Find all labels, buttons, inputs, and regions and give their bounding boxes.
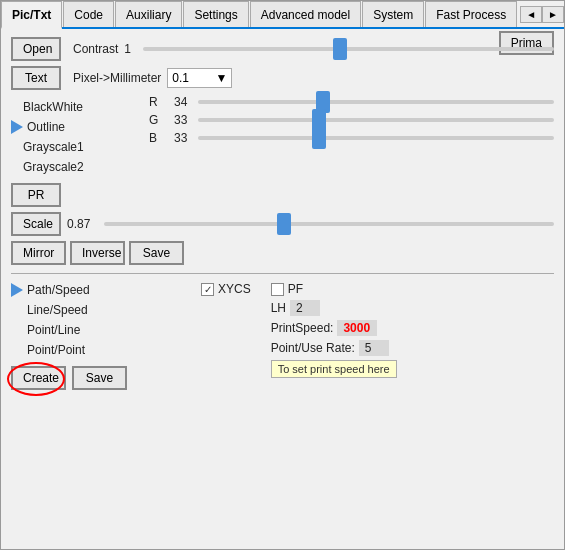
lh-value: 2 xyxy=(290,300,320,316)
xycs-checkbox[interactable] xyxy=(201,283,214,296)
tab-code[interactable]: Code xyxy=(63,1,114,27)
mode-grayscale1[interactable]: Grayscale1 xyxy=(11,137,141,157)
printspeed-value: 3000 xyxy=(337,320,377,336)
path-speed-item[interactable]: Path/Speed xyxy=(11,280,191,300)
pixel-mm-label: Pixel->Millimeter xyxy=(73,71,161,85)
tab-fast-process[interactable]: Fast Process xyxy=(425,1,517,27)
g-value: 33 xyxy=(174,113,194,127)
r-label: R xyxy=(149,95,174,109)
pf-row[interactable]: PF xyxy=(271,282,397,296)
b-value: 33 xyxy=(174,131,194,145)
b-label: B xyxy=(149,131,174,145)
tab-nav-next[interactable]: ► xyxy=(542,6,564,23)
tooltip-box: To set print speed here xyxy=(271,360,397,378)
pf-checkbox[interactable] xyxy=(271,283,284,296)
inverse-button[interactable]: Inverse xyxy=(70,241,125,265)
mode-grayscale2[interactable]: Grayscale2 xyxy=(11,157,141,177)
point-point-item[interactable]: Point/Point xyxy=(27,340,191,360)
g-slider[interactable] xyxy=(198,118,554,122)
g-label: G xyxy=(149,113,174,127)
tab-bar: Pic/Txt Code Auxiliary Settings Advanced… xyxy=(1,1,564,29)
r-slider[interactable] xyxy=(198,100,554,104)
point-rate-row: Point/Use Rate: 5 xyxy=(271,340,397,356)
prima-button[interactable]: Prima xyxy=(499,31,554,55)
bottom-section: Path/Speed Line/Speed Point/Line Point/P… xyxy=(11,280,554,390)
xycs-row[interactable]: XYCS xyxy=(201,282,251,296)
separator xyxy=(11,273,554,274)
create-button[interactable]: Create xyxy=(11,366,66,390)
r-value: 34 xyxy=(174,95,194,109)
tab-advanced-model[interactable]: Advanced model xyxy=(250,1,361,27)
text-button[interactable]: Text xyxy=(11,66,61,90)
point-rate-value: 5 xyxy=(359,340,389,356)
xycs-section: XYCS xyxy=(201,282,251,300)
right-info: PF LH 2 PrintSpeed: 3000 Point/Use Rate:… xyxy=(271,282,397,378)
rgb-sliders: R 34 G 33 xyxy=(149,95,554,149)
open-button[interactable]: Open xyxy=(11,37,61,61)
pixel-mm-dropdown[interactable]: 0.1 ▼ xyxy=(167,68,232,88)
tab-pic-txt[interactable]: Pic/Txt xyxy=(1,1,62,29)
tab-auxiliary[interactable]: Auxiliary xyxy=(115,1,182,27)
contrast-slider[interactable] xyxy=(143,47,554,51)
line-speed-item[interactable]: Line/Speed xyxy=(27,300,191,320)
mode-black-white[interactable]: BlackWhite xyxy=(11,97,141,117)
b-slider[interactable] xyxy=(198,136,554,140)
contrast-value: 1 xyxy=(124,42,131,56)
lh-row: LH 2 xyxy=(271,300,397,316)
tab-nav-prev[interactable]: ◄ xyxy=(520,6,542,23)
outline-indicator xyxy=(11,120,23,134)
mode-list: BlackWhite Outline Grayscale1 Grayscale2 xyxy=(11,97,141,177)
mode-outline[interactable]: Outline xyxy=(11,117,141,137)
printspeed-row: PrintSpeed: 3000 xyxy=(271,320,397,336)
point-line-item[interactable]: Point/Line xyxy=(27,320,191,340)
contrast-label: Contrast xyxy=(73,42,118,56)
scale-button[interactable]: Scale xyxy=(11,212,61,236)
path-speed-indicator xyxy=(11,283,23,297)
save-button[interactable]: Save xyxy=(129,241,184,265)
pr-button[interactable]: PR xyxy=(11,183,61,207)
scale-slider[interactable] xyxy=(104,222,554,226)
tab-settings[interactable]: Settings xyxy=(183,1,248,27)
scale-value: 0.87 xyxy=(67,217,90,231)
save2-button[interactable]: Save xyxy=(72,366,127,390)
tab-system[interactable]: System xyxy=(362,1,424,27)
mirror-button[interactable]: Mirror xyxy=(11,241,66,265)
